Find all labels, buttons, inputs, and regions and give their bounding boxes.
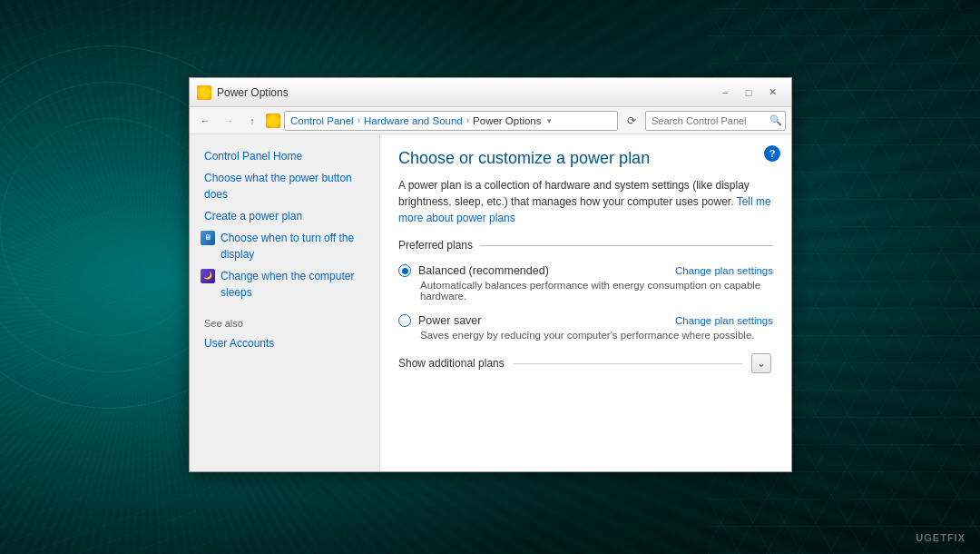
see-also-title: See also	[190, 303, 379, 332]
breadcrumb-sep-1: ›	[358, 115, 360, 125]
sidebar-item-user-accounts[interactable]: User Accounts	[190, 332, 379, 354]
power-options-window: Power Options − □ ✕ ← → ↑ ⚡ Control Pane…	[189, 77, 792, 472]
plan-power-saver-label[interactable]: Power saver	[398, 314, 481, 327]
plan-item-balanced: Balanced (recommended) Change plan setti…	[398, 264, 773, 302]
show-additional-plans-row: Show additional plans ⌄	[398, 353, 773, 373]
breadcrumb-sep-2: ›	[466, 115, 469, 125]
minimize-button[interactable]: −	[713, 84, 737, 102]
page-description: A power plan is a collection of hardware…	[398, 177, 773, 226]
search-wrapper: 🔍	[645, 111, 786, 131]
window-title: Power Options	[217, 86, 713, 99]
bg-circle-3	[0, 118, 218, 336]
breadcrumb-bar: Control Panel › Hardware and Sound › Pow…	[284, 111, 618, 131]
sidebar-item-sleep[interactable]: 🌙 Change when the computer sleeps	[190, 265, 379, 303]
plan-balanced-header: Balanced (recommended) Change plan setti…	[398, 264, 773, 277]
back-button[interactable]: ←	[195, 111, 215, 131]
window-icon	[197, 85, 211, 100]
plan-balanced-label[interactable]: Balanced (recommended)	[398, 264, 549, 277]
breadcrumb-dropdown-arrow[interactable]: ▾	[547, 116, 552, 125]
page-title: Choose or customize a power plan	[398, 149, 773, 168]
watermark: UGETFIX	[916, 532, 965, 543]
main-content: Control Panel Home Choose what the power…	[190, 134, 791, 471]
breadcrumb-control-panel[interactable]: Control Panel	[290, 115, 354, 126]
radio-balanced[interactable]	[398, 264, 411, 277]
change-plan-power-saver-link[interactable]: Change plan settings	[675, 315, 773, 326]
up-button[interactable]: ↑	[242, 111, 262, 131]
help-button[interactable]: ?	[764, 145, 780, 162]
refresh-button[interactable]: ⟳	[622, 111, 642, 131]
breadcrumb-power-options: Power Options	[473, 115, 541, 126]
show-additional-plans-label: Show additional plans	[398, 357, 505, 370]
close-button[interactable]: ✕	[760, 84, 784, 102]
monitor-icon: 🖥	[201, 231, 215, 245]
preferred-plans-header: Preferred plans	[398, 239, 773, 255]
addressbar: ← → ↑ ⚡ Control Panel › Hardware and Sou…	[190, 107, 791, 134]
sidebar-item-sleep-label: Change when the computer sleeps	[220, 268, 368, 301]
radio-power-saver[interactable]	[398, 314, 411, 327]
sidebar-item-display-label: Choose when to turn off the display	[220, 230, 368, 262]
plan-item-power-saver: Power saver Change plan settings Saves e…	[398, 314, 773, 341]
sidebar-item-control-panel-home[interactable]: Control Panel Home	[190, 145, 379, 167]
titlebar: Power Options − □ ✕	[190, 78, 791, 107]
forward-button[interactable]: →	[219, 111, 239, 131]
separator-line	[514, 363, 742, 364]
plan-power-saver-header: Power saver Change plan settings	[398, 314, 773, 327]
sidebar-item-power-button[interactable]: Choose what the power button does	[190, 167, 379, 205]
breadcrumb-hardware-sound[interactable]: Hardware and Sound	[364, 115, 463, 126]
content-panel: ? Choose or customize a power plan A pow…	[380, 134, 791, 471]
plan-power-saver-description: Saves energy by reducing your computer's…	[398, 330, 773, 341]
titlebar-buttons: − □ ✕	[713, 84, 784, 102]
sidebar-item-display[interactable]: 🖥 Choose when to turn off the display	[190, 227, 379, 265]
sidebar-item-create-plan[interactable]: Create a power plan	[190, 205, 379, 227]
maximize-button[interactable]: □	[737, 84, 760, 102]
sidebar: Control Panel Home Choose what the power…	[190, 134, 380, 471]
moon-icon: 🌙	[201, 269, 215, 283]
search-input[interactable]	[645, 111, 786, 131]
plan-balanced-description: Automatically balances performance with …	[398, 280, 773, 302]
breadcrumb-icon: ⚡	[266, 114, 280, 128]
change-plan-balanced-link[interactable]: Change plan settings	[675, 265, 773, 276]
show-additional-chevron[interactable]: ⌄	[751, 353, 771, 373]
